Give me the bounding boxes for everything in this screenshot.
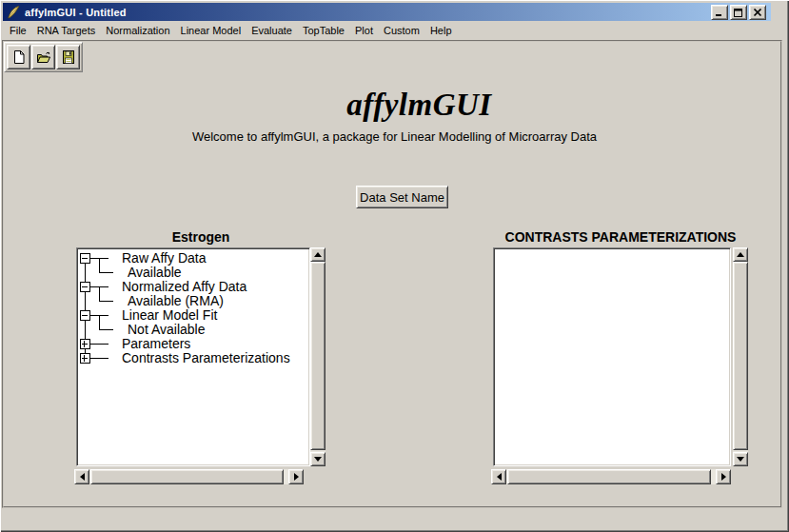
tree-item-normalized-status[interactable]: Available (RMA) — [128, 294, 224, 308]
left-hscroll-thumb[interactable] — [90, 469, 284, 484]
close-icon — [753, 9, 762, 17]
scroll-right-icon — [721, 473, 726, 481]
open-folder-icon — [36, 49, 51, 65]
menu-item-normalization[interactable]: Normalization — [106, 25, 169, 36]
left-vertical-scrollbar[interactable] — [310, 247, 325, 466]
data-set-name-button[interactable]: Data Set Name — [356, 186, 448, 208]
right-scroll-left-button[interactable] — [491, 469, 506, 484]
right-scroll-right-button[interactable] — [716, 469, 731, 484]
tree-toggle-linear-model-fit[interactable] — [80, 310, 89, 320]
menu-item-plot[interactable]: Plot — [355, 25, 373, 36]
tree-toggle-parameters[interactable] — [80, 339, 89, 348]
menu-item-linear-model[interactable]: Linear Model — [181, 25, 242, 36]
scroll-up-icon — [314, 252, 322, 257]
menu-item-custom[interactable]: Custom — [384, 25, 420, 36]
estrogen-tree: Raw Affy Data Available Normalized Affy … — [79, 250, 307, 463]
estrogen-tree-listbox[interactable]: Raw Affy Data Available Normalized Affy … — [76, 247, 310, 466]
scroll-left-icon — [497, 473, 502, 481]
right-vertical-scrollbar[interactable] — [733, 247, 748, 466]
toolbar — [4, 42, 83, 72]
tree-toggle-contrasts-parameterizations[interactable] — [80, 353, 89, 363]
minimize-icon — [715, 9, 724, 17]
welcome-text: Welcome to affylmGUI, a package for Line… — [0, 129, 789, 144]
contrasts-listbox[interactable] — [493, 247, 731, 466]
window-controls — [709, 5, 766, 20]
scroll-down-icon — [314, 457, 322, 462]
minimize-button[interactable] — [711, 5, 728, 20]
right-scroll-up-button[interactable] — [733, 247, 748, 262]
menu-item-evaluate[interactable]: Evaluate — [251, 25, 292, 36]
app-window: affylmGUI - Untitled File RNA Ta — [0, 0, 789, 532]
menu-item-file[interactable]: File — [10, 25, 27, 36]
window-title: affylmGUI - Untitled — [25, 7, 127, 18]
left-horizontal-scrollbar[interactable] — [74, 469, 304, 484]
left-scroll-left-button[interactable] — [74, 469, 89, 484]
contrasts-list — [496, 250, 728, 463]
tree-item-linear-model-status[interactable]: Not Available — [128, 323, 205, 337]
right-vscroll-thumb[interactable] — [733, 262, 748, 450]
tree-item-contrasts-parameterizations[interactable]: Contrasts Parameterizations — [122, 351, 290, 365]
maximize-icon — [734, 9, 743, 17]
left-vscroll-thumb[interactable] — [310, 262, 325, 450]
scroll-left-icon — [80, 473, 85, 481]
scroll-right-icon — [294, 473, 299, 481]
tree-item-linear-model-fit[interactable]: Linear Model Fit — [122, 308, 217, 323]
menu-item-rna-targets[interactable]: RNA Targets — [37, 25, 96, 36]
tree-item-raw-affy-status[interactable]: Available — [128, 266, 182, 280]
maximize-button[interactable] — [730, 5, 747, 20]
page-title: affylmGUI — [0, 88, 789, 123]
scroll-up-icon — [737, 252, 744, 257]
close-button[interactable] — [749, 5, 766, 20]
new-document-icon — [11, 49, 27, 65]
menu-bar: File RNA Targets Normalization Linear Mo… — [3, 21, 789, 40]
tree-item-normalized-affy-data[interactable]: Normalized Affy Data — [122, 280, 247, 294]
left-scroll-down-button[interactable] — [310, 452, 325, 466]
right-horizontal-scrollbar[interactable] — [491, 469, 731, 484]
save-file-button[interactable] — [56, 45, 80, 69]
tree-item-raw-affy-data[interactable]: Raw Affy Data — [122, 251, 206, 266]
tree-item-parameters[interactable]: Parameters — [122, 337, 190, 351]
save-disk-icon — [61, 49, 76, 65]
scroll-down-icon — [737, 457, 744, 462]
feather-icon — [6, 5, 21, 20]
new-file-button[interactable] — [7, 45, 30, 69]
tree-toggle-normalized-affy-data[interactable] — [80, 282, 89, 291]
menu-item-help[interactable]: Help — [430, 25, 452, 36]
left-scroll-up-button[interactable] — [310, 247, 325, 262]
titlebar[interactable]: affylmGUI - Untitled — [3, 3, 771, 21]
left-panel-heading: Estrogen — [76, 229, 325, 245]
right-hscroll-thumb[interactable] — [507, 469, 711, 484]
right-panel-heading: CONTRASTS PARAMETERIZATIONS — [493, 229, 748, 245]
open-file-button[interactable] — [31, 45, 55, 69]
tree-toggle-raw-affy-data[interactable] — [80, 253, 89, 263]
menu-item-toptable[interactable]: TopTable — [303, 25, 345, 36]
left-scroll-right-button[interactable] — [288, 469, 304, 484]
right-scroll-down-button[interactable] — [733, 452, 748, 466]
